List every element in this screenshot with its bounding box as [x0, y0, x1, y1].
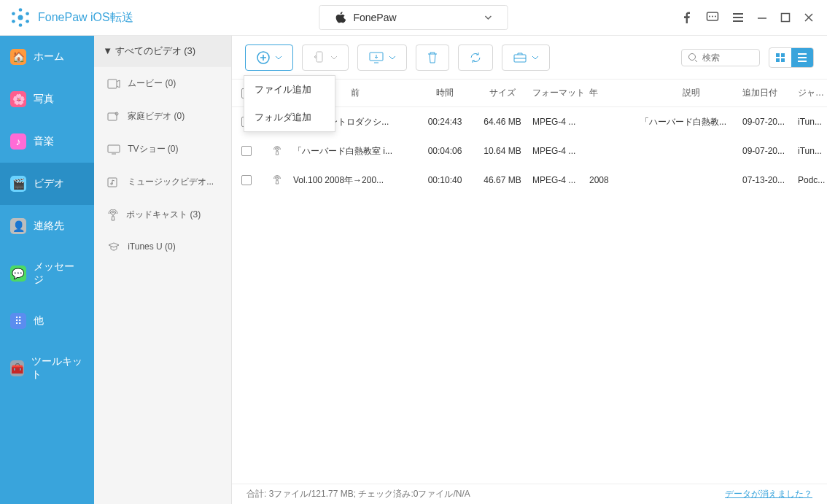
refresh-button[interactable] — [458, 44, 493, 71]
maximize-button[interactable] — [780, 12, 791, 23]
cell-size: 10.64 MB — [473, 146, 532, 156]
category-header[interactable]: ▼ すべてのビデオ (3) — [94, 36, 231, 67]
sidebar-item-home[interactable]: 🏠ホーム — [0, 36, 94, 78]
chevron-down-icon — [532, 54, 539, 61]
homevideo-icon — [107, 112, 120, 122]
device-dropdown[interactable]: FonePaw — [319, 5, 508, 30]
add-dropdown: ファイル追加 フォルダ追加 — [244, 75, 335, 132]
category-podcast[interactable]: ポッドキャスト (3) — [94, 198, 231, 231]
col-date[interactable]: 追加日付 — [742, 87, 798, 99]
trash-icon — [427, 51, 438, 64]
apple-icon — [334, 11, 346, 24]
sidebar-item-contacts[interactable]: 👤連絡先 — [0, 205, 94, 247]
svg-rect-12 — [108, 80, 117, 88]
chevron-down-icon — [330, 54, 338, 61]
cell-year: 2008 — [589, 175, 640, 185]
window-controls — [681, 11, 827, 24]
sidebar-item-message[interactable]: 💬メッセージ — [0, 247, 94, 300]
tv-icon — [107, 144, 120, 155]
list-view-button[interactable] — [791, 48, 813, 67]
titlebar: FonePaw iOS転送 FonePaw — [0, 0, 827, 36]
add-folder-item[interactable]: フォルダ追加 — [244, 104, 335, 131]
category-itunesu[interactable]: iTunes U (0) — [94, 231, 231, 262]
sidebar: 🏠ホーム 🌸写真 ♪音楽 🎬ビデオ 👤連絡先 💬メッセージ ⠿他 🧰ツールキット — [0, 36, 94, 504]
add-button[interactable] — [245, 44, 293, 71]
sidebar-item-label: 写真 — [34, 93, 54, 106]
cell-date: 07-13-20... — [742, 175, 798, 185]
table-row[interactable]: 「ハーバード白熱教室 i...00:04:0610.64 MBMPEG-4 ..… — [232, 136, 827, 166]
search-icon — [688, 53, 698, 63]
sidebar-item-music[interactable]: ♪音楽 — [0, 120, 94, 163]
export-device-button[interactable] — [302, 44, 349, 71]
col-year[interactable]: 年 — [589, 87, 640, 99]
minimize-button[interactable] — [757, 12, 767, 23]
app-logo-icon — [10, 7, 31, 28]
grid-view-button[interactable] — [769, 48, 791, 67]
movie-icon — [107, 79, 120, 89]
row-checkbox[interactable] — [241, 146, 252, 156]
category-label: ポッドキャスト (3) — [126, 209, 201, 221]
cell-date: 09-07-20... — [742, 117, 798, 127]
cell-format: MPEG-4 ... — [532, 146, 589, 156]
delete-button[interactable] — [416, 44, 449, 71]
cell-time: 00:04:06 — [417, 146, 473, 156]
feedback-icon[interactable] — [706, 11, 719, 24]
plus-circle-icon — [256, 50, 271, 65]
search-input[interactable] — [702, 53, 753, 63]
toolkit-icon: 🧰 — [10, 360, 24, 376]
svg-rect-26 — [776, 58, 780, 62]
svg-rect-20 — [317, 52, 322, 62]
col-format[interactable]: フォーマット — [532, 87, 589, 99]
col-time[interactable]: 時間 — [417, 87, 473, 99]
category-musicvideo[interactable]: ミュージックビデオ... — [94, 166, 231, 198]
menu-icon[interactable] — [732, 12, 744, 23]
col-size[interactable]: サイズ — [473, 87, 532, 99]
contacts-icon: 👤 — [10, 218, 26, 234]
chevron-down-icon — [275, 54, 282, 61]
category-label: 家庭ビデオ (0) — [128, 110, 185, 123]
col-genre[interactable]: ジャンル — [798, 87, 827, 99]
svg-point-18 — [112, 212, 114, 215]
svg-rect-15 — [108, 145, 120, 152]
row-checkbox[interactable] — [241, 175, 252, 185]
sidebar-item-video[interactable]: 🎬ビデオ — [0, 163, 94, 205]
svg-rect-25 — [781, 53, 785, 57]
to-device-icon — [313, 50, 326, 65]
close-button[interactable] — [804, 12, 814, 23]
svg-point-8 — [709, 16, 710, 18]
category-home-video[interactable]: 家庭ビデオ (0) — [94, 100, 231, 133]
svg-point-29 — [276, 149, 279, 151]
cell-desc: 「ハーバード白熱教... — [640, 116, 742, 128]
chevron-down-icon — [484, 13, 493, 22]
export-pc-button[interactable] — [357, 44, 407, 71]
facebook-icon[interactable] — [681, 12, 693, 23]
toolbox-button[interactable] — [502, 44, 550, 71]
svg-point-30 — [276, 178, 279, 180]
cell-time: 00:10:40 — [417, 175, 473, 185]
cell-name: Vol.100 2008年→200... — [293, 174, 417, 187]
cell-time: 00:24:43 — [417, 117, 473, 127]
category-label: ムービー (0) — [128, 77, 176, 90]
other-icon: ⠿ — [10, 313, 26, 329]
svg-rect-27 — [781, 58, 785, 62]
svg-point-23 — [689, 53, 696, 60]
to-pc-icon — [368, 51, 384, 64]
cell-size: 64.46 MB — [473, 117, 532, 127]
status-bar: 合計: 3ファイル/121.77 MB; チェック済み:0ファイル/N/A デー… — [232, 484, 827, 504]
cell-size: 46.67 MB — [473, 175, 532, 185]
search-box[interactable] — [681, 49, 760, 66]
status-text: 合計: 3ファイル/121.77 MB; チェック済み:0ファイル/N/A — [246, 488, 470, 500]
category-tvshow[interactable]: TVショー (0) — [94, 133, 231, 166]
table-row[interactable]: Vol.100 2008年→200...00:10:4046.67 MBMPEG… — [232, 166, 827, 195]
svg-rect-11 — [782, 14, 790, 22]
category-panel: ▼ すべてのビデオ (3) ムービー (0) 家庭ビデオ (0) TVショー (… — [94, 36, 232, 504]
sidebar-item-photo[interactable]: 🌸写真 — [0, 78, 94, 120]
category-label: ミュージックビデオ... — [128, 176, 214, 188]
sidebar-item-other[interactable]: ⠿他 — [0, 300, 94, 342]
add-file-item[interactable]: ファイル追加 — [244, 76, 335, 104]
category-movies[interactable]: ムービー (0) — [94, 67, 231, 100]
col-desc[interactable]: 説明 — [640, 87, 742, 99]
status-link[interactable]: データが消えました？ — [725, 488, 812, 500]
category-header-label: すべてのビデオ (3) — [115, 45, 196, 56]
sidebar-item-toolkit[interactable]: 🧰ツールキット — [0, 342, 94, 395]
